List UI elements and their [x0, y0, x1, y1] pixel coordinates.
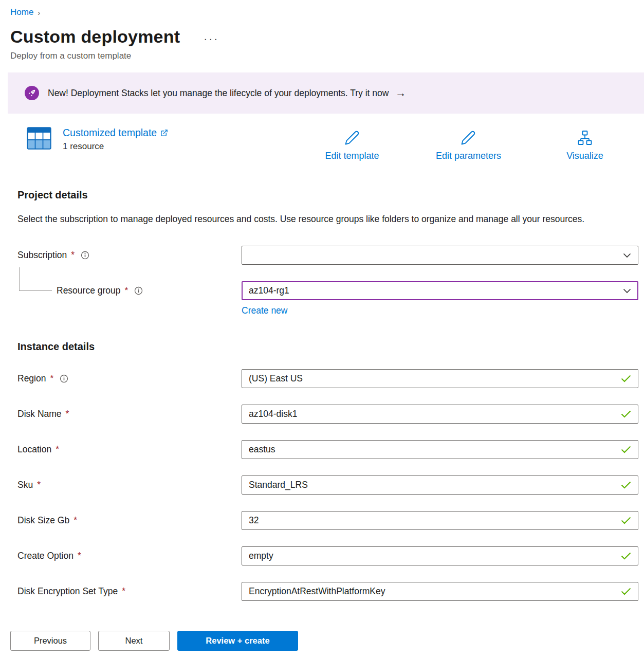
valid-check-icon [621, 481, 631, 489]
resource-count: 1 resource [63, 141, 168, 152]
required-marker: * [125, 285, 128, 296]
required-marker: * [122, 586, 125, 597]
required-marker: * [50, 373, 53, 384]
valid-check-icon [621, 446, 631, 453]
region-input[interactable]: (US) East US [242, 369, 638, 388]
region-row: Region*(US) East US [17, 369, 638, 388]
sku-label: Sku* [17, 480, 242, 490]
deployment-stacks-banner[interactable]: New! Deployment Stacks let you manage th… [8, 72, 644, 114]
location-row: Location*eastus [17, 440, 638, 459]
required-marker: * [73, 515, 77, 526]
template-info: Customized template 1 resource [63, 127, 168, 152]
template-actions: Edit template Edit parameters [324, 130, 613, 161]
location-input[interactable]: eastus [242, 440, 638, 459]
sku-value: Standard_LRS [249, 480, 616, 490]
disk-encryption-set-type-input[interactable]: EncryptionAtRestWithPlatformKey [242, 582, 638, 601]
page-title: Custom deployment [10, 27, 180, 47]
next-button[interactable]: Next [98, 631, 170, 651]
subscription-row: Subscription * [17, 246, 638, 265]
resource-group-dropdown[interactable]: az104-rg1 [242, 281, 638, 300]
create-option-input[interactable]: empty [242, 546, 638, 565]
chevron-down-icon [623, 288, 631, 294]
required-marker: * [78, 551, 81, 561]
resource-group-label: Resource group * [57, 285, 242, 296]
template-grid-icon [27, 127, 51, 152]
region-value: (US) East US [249, 373, 616, 384]
disk-name-value: az104-disk1 [249, 409, 616, 419]
banner-message: New! Deployment Stacks let you manage th… [48, 88, 389, 99]
disk-name-row: Disk Name*az104-disk1 [17, 405, 638, 424]
info-icon[interactable] [134, 286, 143, 295]
valid-check-icon [621, 552, 631, 560]
instance-details-form: Region*(US) East USDisk Name*az104-disk1… [0, 369, 644, 601]
create-new-link[interactable]: Create new [242, 305, 288, 316]
project-details-heading: Project details [17, 189, 644, 201]
info-icon[interactable] [60, 374, 68, 383]
required-marker: * [56, 444, 59, 455]
breadcrumb: Home › [10, 7, 644, 17]
org-chart-icon [577, 130, 593, 148]
title-row: Custom deployment ··· [10, 27, 644, 47]
edit-template-button[interactable]: Edit template [324, 130, 380, 161]
disk-name-label: Disk Name* [17, 409, 242, 419]
page-subtitle: Deploy from a custom template [10, 51, 644, 61]
visualize-label: Visualize [566, 151, 603, 161]
create-option-label: Create Option* [17, 551, 242, 561]
location-value: eastus [249, 444, 616, 455]
location-label-text: Location [17, 444, 51, 455]
valid-check-icon [621, 410, 631, 418]
disk-name-input[interactable]: az104-disk1 [242, 405, 638, 424]
required-marker: * [71, 250, 75, 261]
disk-size-gb-row: Disk Size Gb*32 [17, 511, 638, 530]
valid-check-icon [621, 375, 631, 382]
review-create-button[interactable]: Review + create [177, 631, 298, 651]
resource-group-label-text: Resource group [57, 285, 121, 296]
edit-parameters-button[interactable]: Edit parameters [436, 130, 501, 161]
required-marker: * [66, 409, 69, 419]
hierarchy-connector-line [19, 267, 52, 291]
info-icon[interactable] [81, 251, 89, 260]
arrow-right-icon[interactable]: → [395, 87, 406, 99]
subscription-label-text: Subscription [17, 250, 67, 261]
breadcrumb-separator-icon: › [38, 8, 40, 17]
disk-name-label-text: Disk Name [17, 409, 62, 419]
rocket-icon [25, 86, 39, 100]
chevron-down-icon [623, 253, 631, 258]
create-option-value: empty [249, 551, 616, 561]
disk-encryption-set-type-label: Disk Encryption Set Type* [17, 586, 242, 597]
required-marker: * [37, 480, 41, 490]
instance-details-heading: Instance details [17, 341, 644, 353]
resource-group-row: Resource group * az104-rg1 [17, 281, 638, 300]
valid-check-icon [621, 588, 631, 595]
sku-label-text: Sku [17, 480, 33, 490]
breadcrumb-home-link[interactable]: Home [10, 7, 33, 17]
disk-encryption-set-type-label-text: Disk Encryption Set Type [17, 586, 118, 597]
previous-button[interactable]: Previous [10, 631, 90, 651]
template-card: Customized template 1 resource Edit temp… [27, 127, 613, 161]
sku-input[interactable]: Standard_LRS [242, 476, 638, 495]
visualize-button[interactable]: Visualize [557, 130, 613, 161]
subscription-label: Subscription * [17, 250, 242, 261]
footer-bar: Previous Next Review + create [0, 623, 644, 658]
disk-size-gb-value: 32 [249, 515, 616, 526]
disk-size-gb-input[interactable]: 32 [242, 511, 638, 530]
disk-encryption-set-type-value: EncryptionAtRestWithPlatformKey [249, 586, 616, 597]
pencil-icon [344, 130, 360, 148]
region-label: Region* [17, 373, 242, 384]
edit-parameters-label: Edit parameters [436, 151, 501, 161]
project-details-description: Select the subscription to manage deploy… [17, 211, 609, 227]
location-label: Location* [17, 444, 242, 455]
external-link-icon [160, 129, 168, 137]
more-menu-button[interactable]: ··· [204, 29, 219, 45]
disk-encryption-set-type-row: Disk Encryption Set Type*EncryptionAtRes… [17, 582, 638, 601]
customized-template-link[interactable]: Customized template [63, 127, 168, 139]
disk-size-gb-label-text: Disk Size Gb [17, 515, 69, 526]
valid-check-icon [621, 517, 631, 524]
resource-group-value: az104-rg1 [249, 285, 618, 296]
create-option-row: Create Option*empty [17, 546, 638, 565]
create-new-row: Create new [242, 305, 644, 316]
edit-template-label: Edit template [325, 151, 379, 161]
subscription-dropdown[interactable] [242, 246, 638, 265]
customized-template-label: Customized template [63, 127, 157, 139]
sku-row: Sku*Standard_LRS [17, 476, 638, 495]
